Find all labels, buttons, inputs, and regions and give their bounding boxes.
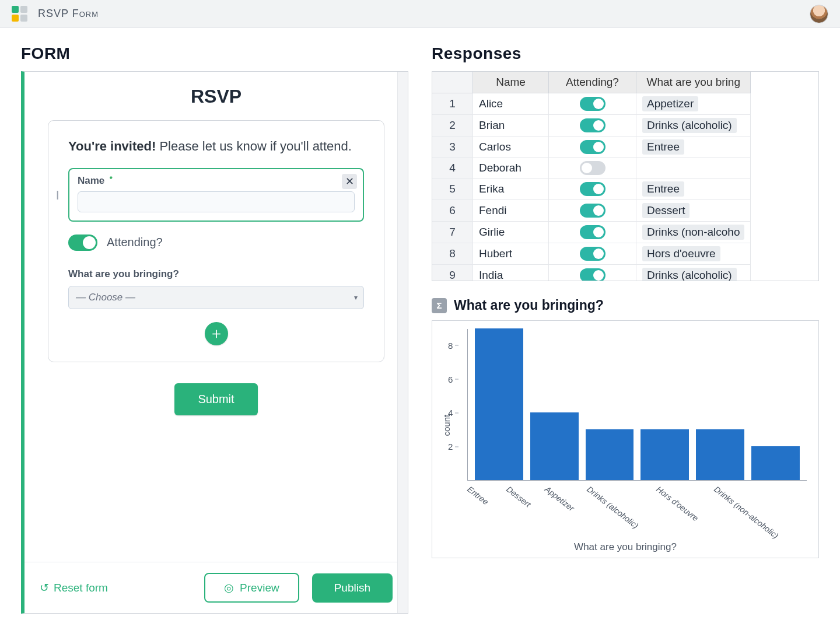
cell-name[interactable]: Alice bbox=[473, 93, 549, 115]
sigma-icon: Σ bbox=[432, 298, 447, 313]
form-heading: FORM bbox=[21, 44, 408, 63]
cell-name[interactable]: Deborah bbox=[473, 158, 549, 178]
topbar: RSVP Form bbox=[0, 0, 840, 28]
cell-attending[interactable] bbox=[549, 222, 636, 243]
attending-toggle[interactable] bbox=[580, 268, 606, 281]
cell-attending[interactable] bbox=[549, 200, 636, 222]
publish-button[interactable]: Publish bbox=[312, 573, 393, 603]
chart-bar[interactable] bbox=[640, 429, 689, 480]
attending-toggle[interactable] bbox=[580, 118, 606, 132]
table-row[interactable]: 5ErikaEntree bbox=[432, 178, 751, 200]
cell-attending[interactable] bbox=[549, 265, 636, 281]
row-number: 3 bbox=[432, 136, 473, 158]
cell-name[interactable]: Fendi bbox=[473, 200, 549, 222]
bringing-label: What are you bringing? bbox=[68, 268, 364, 280]
form-card: You're invited! Please let us know if yo… bbox=[48, 120, 384, 362]
table-row[interactable]: 9IndiaDrinks (alcoholic) bbox=[432, 265, 751, 281]
resp-col-2[interactable]: Attending? bbox=[549, 72, 636, 93]
chart-bar[interactable] bbox=[751, 446, 800, 480]
cell-name[interactable]: Hubert bbox=[473, 243, 549, 265]
chevron-down-icon: ▾ bbox=[354, 293, 358, 302]
field-name-label: Name bbox=[78, 175, 104, 186]
drag-handle-icon[interactable]: || bbox=[57, 190, 58, 200]
chart-bar[interactable] bbox=[696, 429, 744, 480]
user-avatar[interactable] bbox=[810, 5, 828, 23]
table-row[interactable]: 4Deborah bbox=[432, 158, 751, 178]
chart-x-tick: Drinks (non-alcoholic) bbox=[712, 481, 783, 540]
bringing-select[interactable]: — Choose — ▾ bbox=[68, 286, 364, 309]
attending-toggle[interactable] bbox=[580, 182, 606, 196]
cell-attending[interactable] bbox=[549, 158, 636, 178]
row-number: 1 bbox=[432, 93, 473, 115]
cell-bringing[interactable]: Hors d'oeuvre bbox=[636, 243, 751, 265]
preview-button[interactable]: ◎ Preview bbox=[204, 573, 299, 603]
resp-col-0[interactable] bbox=[432, 72, 473, 93]
cell-bringing[interactable] bbox=[636, 158, 751, 178]
form-title[interactable]: RSVP bbox=[48, 86, 384, 107]
reset-form-button[interactable]: ↺ Reset form bbox=[40, 581, 108, 594]
cell-bringing[interactable]: Drinks (non-alcoho bbox=[636, 222, 751, 243]
table-row[interactable]: 6FendiDessert bbox=[432, 200, 751, 222]
cell-bringing[interactable]: Entree bbox=[636, 136, 751, 158]
cell-attending[interactable] bbox=[549, 243, 636, 265]
bringing-chip: Entree bbox=[642, 181, 684, 197]
chart-section-title: What are you bringing? bbox=[454, 298, 604, 313]
attending-toggle[interactable] bbox=[68, 235, 97, 251]
responses-table[interactable]: NameAttending?What are you bring 1AliceA… bbox=[432, 71, 819, 281]
form-builder-panel: RSVP You're invited! Please let us know … bbox=[21, 71, 408, 614]
bringing-chip: Dessert bbox=[642, 203, 690, 218]
name-input[interactable] bbox=[78, 191, 355, 212]
attending-toggle[interactable] bbox=[580, 247, 606, 261]
row-number: 6 bbox=[432, 200, 473, 222]
responses-heading: Responses bbox=[432, 44, 819, 63]
bringing-chip: Drinks (alcoholic) bbox=[642, 268, 737, 281]
cell-name[interactable]: Carlos bbox=[473, 136, 549, 158]
cell-bringing[interactable]: Drinks (alcoholic) bbox=[636, 265, 751, 281]
row-number: 4 bbox=[432, 158, 473, 178]
attending-toggle[interactable] bbox=[580, 97, 606, 111]
table-row[interactable]: 1AliceAppetizer bbox=[432, 93, 751, 115]
add-field-button[interactable]: ＋ bbox=[205, 322, 228, 345]
responses-table-wrap: NameAttending?What are you bring 1AliceA… bbox=[432, 71, 819, 281]
attending-toggle[interactable] bbox=[580, 225, 606, 239]
chart-bar[interactable] bbox=[586, 429, 634, 480]
chart-bar[interactable] bbox=[475, 328, 523, 480]
form-intro-rest: Please let us know if you'll attend. bbox=[156, 139, 352, 153]
cell-attending[interactable] bbox=[549, 136, 636, 158]
bringing-chip: Drinks (non-alcoho bbox=[642, 225, 744, 240]
resp-col-3[interactable]: What are you bring bbox=[636, 72, 751, 93]
cell-bringing[interactable]: Dessert bbox=[636, 200, 751, 222]
close-icon[interactable]: ✕ bbox=[342, 174, 357, 189]
field-name[interactable]: || Name * ✕ bbox=[68, 168, 364, 222]
submit-button[interactable]: Submit bbox=[174, 383, 257, 415]
field-bringing[interactable]: What are you bringing? — Choose — ▾ bbox=[68, 268, 364, 309]
attending-toggle[interactable] bbox=[580, 140, 606, 154]
attending-toggle[interactable] bbox=[580, 161, 606, 175]
form-intro[interactable]: You're invited! Please let us know if yo… bbox=[68, 138, 364, 155]
table-row[interactable]: 3CarlosEntree bbox=[432, 136, 751, 158]
resp-col-1[interactable]: Name bbox=[473, 72, 549, 93]
table-row[interactable]: 7GirlieDrinks (non-alcoho bbox=[432, 222, 751, 243]
field-attending[interactable]: Attending? bbox=[68, 235, 364, 251]
scrollbar[interactable] bbox=[397, 72, 408, 613]
chart-bar[interactable] bbox=[530, 412, 579, 480]
row-number: 8 bbox=[432, 243, 473, 265]
table-row[interactable]: 8HubertHors d'oeuvre bbox=[432, 243, 751, 265]
cell-name[interactable]: Brian bbox=[473, 115, 549, 136]
cell-bringing[interactable]: Appetizer bbox=[636, 93, 751, 115]
builder-footer: ↺ Reset form ◎ Preview Publish bbox=[24, 562, 408, 613]
cell-name[interactable]: Girlie bbox=[473, 222, 549, 243]
attending-toggle[interactable] bbox=[580, 204, 606, 218]
attending-label: Attending? bbox=[107, 236, 163, 249]
eye-icon: ◎ bbox=[224, 581, 234, 594]
cell-name[interactable]: Erika bbox=[473, 178, 549, 200]
chart-x-tick: Entree bbox=[466, 481, 499, 512]
cell-attending[interactable] bbox=[549, 93, 636, 115]
cell-name[interactable]: India bbox=[473, 265, 549, 281]
table-row[interactable]: 2BrianDrinks (alcoholic) bbox=[432, 115, 751, 136]
cell-attending[interactable] bbox=[549, 115, 636, 136]
cell-attending[interactable] bbox=[549, 178, 636, 200]
bringing-placeholder: — Choose — bbox=[76, 292, 135, 303]
cell-bringing[interactable]: Drinks (alcoholic) bbox=[636, 115, 751, 136]
cell-bringing[interactable]: Entree bbox=[636, 178, 751, 200]
